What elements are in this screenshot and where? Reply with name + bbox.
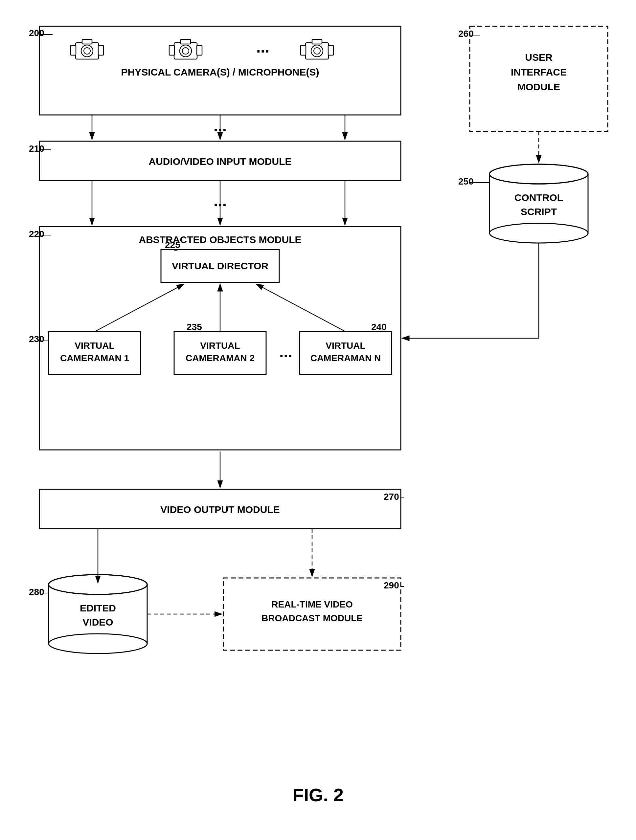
realtime-broadcast-label-1: REAL-TIME VIDEO — [271, 599, 353, 609]
ref-200: 200 — [29, 28, 44, 38]
ref-220: 220 — [29, 229, 44, 239]
physical-cameras-label: PHYSICAL CAMERA(S) / MICROPHONE(S) — [121, 67, 319, 77]
svg-point-16 — [314, 47, 320, 54]
ref-270: 270 — [384, 492, 399, 502]
ui-module-label-3: MODULE — [517, 81, 560, 92]
virtual-director-label: VIRTUAL DIRECTOR — [172, 261, 268, 271]
ref-240: 240 — [371, 322, 387, 332]
edited-video-label-2: VIDEO — [82, 617, 113, 628]
ui-module-label-1: USER — [525, 52, 552, 63]
svg-rect-11 — [181, 39, 191, 44]
edited-video-label-1: EDITED — [80, 603, 116, 613]
ref-230: 230 — [29, 334, 44, 344]
ui-module-label-2: INTERFACE — [511, 67, 567, 77]
virtual-cameraman2-label-2: CAMERAMAN 2 — [186, 353, 255, 363]
user-interface-box — [470, 26, 608, 131]
control-script-cylinder: CONTROL SCRIPT — [489, 164, 588, 243]
svg-point-4 — [84, 47, 90, 54]
svg-rect-13 — [197, 45, 202, 55]
ref-225: 225 — [165, 240, 180, 250]
virtual-cameraman1-label-2: CAMERAMAN 1 — [60, 353, 129, 363]
abstracted-objects-label: ABSTRACTED OBJECTS MODULE — [139, 234, 301, 245]
ref-210: 210 — [29, 144, 44, 154]
virtual-cameraman-n-label-2: CAMERAMAN N — [310, 353, 381, 363]
realtime-broadcast-label-2: BROADCAST MODULE — [261, 613, 363, 623]
control-script-label-2: SCRIPT — [521, 206, 557, 217]
edited-video-cylinder: EDITED VIDEO — [49, 575, 147, 654]
svg-point-37 — [49, 634, 147, 654]
svg-rect-18 — [301, 45, 306, 55]
svg-rect-17 — [312, 39, 322, 44]
ref-260: 260 — [458, 28, 474, 39]
cameras-ellipsis: ... — [256, 38, 269, 56]
svg-rect-12 — [169, 45, 174, 55]
control-script-label-1: CONTROL — [514, 192, 563, 203]
virtual-cameraman-n-label-1: VIRTUAL — [326, 341, 365, 351]
svg-point-32 — [490, 165, 587, 183]
video-output-label: VIDEO OUTPUT MODULE — [160, 504, 280, 515]
svg-point-10 — [182, 47, 189, 54]
virtual-cameraman2-label-1: VIRTUAL — [200, 341, 240, 351]
ref-290: 290 — [384, 580, 399, 591]
audio-video-label: AUDIO/VIDEO INPUT MODULE — [149, 156, 291, 167]
svg-rect-6 — [71, 45, 76, 55]
ref-250: 250 — [458, 176, 474, 186]
virtual-cameraman1-label-1: VIRTUAL — [74, 341, 114, 351]
cameraman-ellipsis: ... — [279, 343, 293, 360]
svg-rect-19 — [328, 45, 334, 55]
svg-point-31 — [489, 223, 588, 243]
ref-235: 235 — [187, 322, 202, 332]
svg-rect-5 — [82, 39, 92, 44]
fig-label: FIG. 2 — [293, 785, 343, 805]
ref-280: 280 — [29, 587, 44, 597]
svg-rect-7 — [98, 45, 103, 55]
